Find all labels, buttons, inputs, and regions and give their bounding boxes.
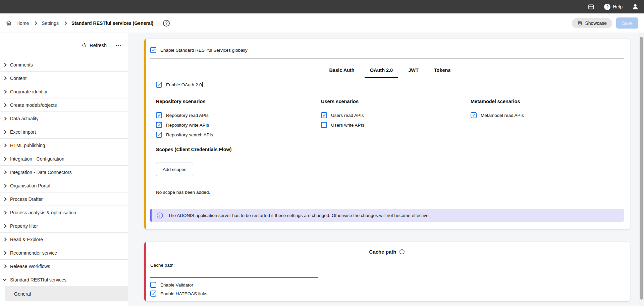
chevron-right-icon [3,76,6,80]
chevron-right-icon [3,197,6,201]
enable-validator-checkbox[interactable]: Enable Validator [150,282,624,288]
enable-oauth-checkbox[interactable]: Enable OAuth 2.0 [156,82,624,88]
more-options-button[interactable]: ⋯ [115,42,121,49]
windows-icon[interactable] [588,3,595,10]
breadcrumb-home[interactable]: Home [16,20,29,26]
chevron-right-icon [3,237,6,241]
sidebar-item-label: Process analysis & optimisation [10,210,76,215]
tab-jwt[interactable]: JWT [403,68,424,78]
sidebar-item-release-workflows[interactable]: Release Workflows [0,259,128,273]
tab-oauth-2-0[interactable]: OAuth 2.0 [365,68,398,78]
save-button[interactable]: Save [616,17,638,29]
section-divider [150,58,624,59]
chevron-right-icon [3,184,6,187]
column-title: Repository scenarios [156,99,321,108]
settings-nav-list: Comments Content Corporate identity Crea… [0,58,128,301]
sidebar-item-content[interactable]: Content [0,71,128,85]
sidebar-item-create-models-objects[interactable]: Create models/objects [0,98,128,112]
chevron-right-icon [63,21,67,25]
main-scrollbar-thumb[interactable] [640,37,643,300]
cache-path-panel: Cache path Cache path: Enable Validator … [144,242,630,301]
refresh-label: Refresh [90,43,107,48]
sidebar-item-label: Integration - Data Connectors [10,170,72,175]
showcase-button[interactable]: Showcase [572,18,612,28]
tab-tokens[interactable]: Tokens [429,68,456,78]
sidebar-item-excel-import[interactable]: Excel import [0,125,128,138]
checkbox-icon [150,282,156,288]
sidebar-item-integration-configuration[interactable]: Integration - Configuration [0,152,128,165]
add-scopes-button[interactable]: Add scopes [156,163,193,176]
sidebar-item-integration-data-connectors[interactable]: Integration - Data Connectors [0,165,128,179]
sidebar-item-label: Integration - Configuration [10,156,64,162]
info-icon[interactable] [399,249,405,255]
sidebar-toolbar: Refresh ⋯ [0,33,128,58]
metamodel-read-apis-checkbox[interactable]: Metamodel read APIs [471,113,624,118]
chevron-right-icon [3,63,6,67]
main-scrollbar-track[interactable] [639,33,644,306]
sidebar-item-process-drafter[interactable]: Process Drafter [0,192,128,206]
help-menu[interactable]: ? Help [604,4,623,10]
breadcrumb-settings[interactable]: Settings [42,20,59,26]
page-help-icon[interactable]: ? [163,20,170,27]
checkbox-label: Enable HATEOAS links [160,291,207,296]
repository-search-apis-checkbox[interactable]: Repository search APIs [156,132,321,137]
sidebar-item-label: Property filter [10,223,38,229]
checkbox-icon [150,291,156,297]
settings-sidebar: Refresh ⋯ Comments Content Corporate ide… [0,33,128,306]
column-title: Users scenarios [321,99,471,108]
sidebar-item-label: Create models/objects [10,102,57,108]
tab-basic-auth[interactable]: Basic Auth [324,68,360,78]
rest-services-panel: Enable Standard RESTful Services globall… [144,39,630,229]
repository-write-apis-checkbox[interactable]: Repository write APIs [156,122,321,128]
help-label: Help [613,4,623,9]
sidebar-item-read-explore[interactable]: Read & Explore [0,232,128,246]
sidebar-item-recommender-service[interactable]: Recommender service [0,246,128,259]
chevron-right-icon [3,211,6,214]
chevron-right-icon [3,157,6,161]
refresh-button[interactable]: Refresh [82,43,107,48]
users-write-apis-checkbox[interactable]: Users write APIs [321,122,471,128]
sidebar-item-corporate-identity[interactable]: Corporate identity [0,85,128,98]
sidebar-item-property-filter[interactable]: Property filter [0,219,128,232]
checkbox-label: Repository search APIs [166,132,213,137]
chevron-right-icon [3,224,6,228]
checkbox-icon [156,132,162,138]
sidebar-item-label: Data actuality [10,116,39,121]
users-read-apis-checkbox[interactable]: Users read APIs [321,113,471,118]
sidebar-item-general-selected[interactable]: General [5,286,128,301]
repository-read-apis-checkbox[interactable]: Repository read APIs [156,113,321,118]
enable-rest-globally-checkbox[interactable]: Enable Standard RESTful Services globall… [150,47,624,53]
enable-hateoas-links-checkbox[interactable]: Enable HATEOAS links [150,291,624,297]
repository-scenarios-column: Repository scenarios Repository read API… [156,99,321,137]
users-scenarios-column: Users scenarios Users read APIs Users wr… [321,99,471,137]
checkbox-icon [471,112,477,118]
chevron-down-icon [3,277,6,281]
sidebar-item-data-actuality[interactable]: Data actuality [0,112,128,125]
showcase-label: Showcase [585,20,607,26]
column-title: Metamodel scenarios [471,99,624,108]
scopes-section-title: Scopes (Client Credentials Flow) [156,147,624,152]
empty-scopes-text: No scope has been added. [156,190,624,195]
settings-content: Enable Standard RESTful Services globall… [128,33,644,306]
checkbox-label: Repository write APIs [166,123,209,128]
breadcrumb-current: Standard RESTful services (General) [71,20,153,26]
user-avatar-icon[interactable] [632,3,639,10]
home-icon[interactable] [6,20,12,26]
sidebar-item-organisation-portal[interactable]: Organisation Portal [0,179,128,192]
sidebar-item-label: Release Workflows [10,264,50,269]
sidebar-item-html-publishing[interactable]: HTML publishing [0,138,128,152]
sidebar-item-comments[interactable]: Comments [0,58,128,71]
chevron-right-icon [3,117,6,120]
breadcrumb-bar: Home Settings Standard RESTful services … [0,13,644,33]
sidebar-item-label: Corporate identity [10,89,47,94]
cache-panel-title: Cache path [369,249,396,255]
cache-path-input[interactable] [150,269,318,278]
sidebar-item-label: Standard RESTful services [10,277,66,282]
checkbox-icon [156,112,162,118]
checkbox-label: Metamodel read APIs [481,113,524,118]
checkbox-icon [321,122,327,128]
chevron-right-icon [3,143,6,147]
sidebar-item-process-analysis-optimisation[interactable]: Process analysis & optimisation [0,206,128,219]
chevron-right-icon [34,21,37,25]
sidebar-item-standard-restful-services[interactable]: Standard RESTful services [0,273,128,286]
